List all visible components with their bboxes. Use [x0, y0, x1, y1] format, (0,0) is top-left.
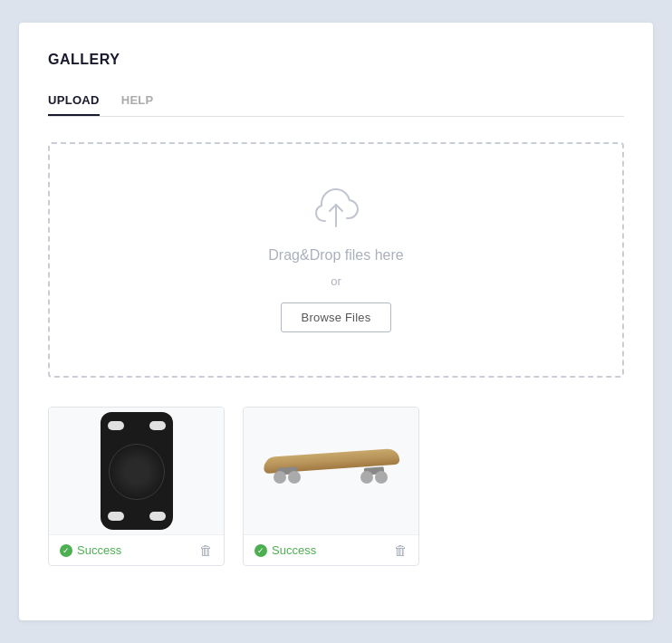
wheel [149, 512, 166, 521]
page-title: GALLERY [48, 52, 624, 68]
gallery-grid: ✓ Success 🗑 ✓ [48, 407, 624, 566]
tab-upload[interactable]: UPLOAD [48, 86, 100, 116]
skate-wheel-rl [375, 471, 388, 484]
wheels-top [108, 421, 166, 430]
item-footer-2: ✓ Success 🗑 [244, 534, 418, 565]
or-text: or [331, 274, 341, 288]
gallery-image-1 [49, 408, 224, 534]
skate-wheel-fr [288, 471, 301, 484]
gallery-item-2: ✓ Success 🗑 [243, 407, 419, 566]
gallery-card: GALLERY UPLOAD HELP Drag&Drop files here… [19, 23, 653, 620]
wheel [149, 421, 166, 430]
wheel [108, 421, 124, 430]
delete-button-2[interactable]: 🗑 [394, 542, 408, 558]
skate-wheel-rr [360, 471, 373, 484]
upload-cloud-icon [312, 187, 360, 231]
check-icon-2: ✓ [254, 544, 267, 557]
skateboard-side-image [259, 435, 404, 507]
browse-files-button[interactable]: Browse Files [281, 302, 392, 332]
drop-zone[interactable]: Drag&Drop files here or Browse Files [48, 142, 624, 378]
gallery-item: ✓ Success 🗑 [48, 407, 225, 566]
tab-bar: UPLOAD HELP [48, 86, 624, 117]
gallery-image-2 [244, 408, 418, 534]
success-text-2: Success [272, 543, 316, 557]
success-label-2: ✓ Success [254, 543, 316, 557]
wheel [108, 512, 124, 521]
skate-wheel-fl [274, 471, 286, 484]
success-label-1: ✓ Success [60, 543, 121, 557]
delete-button-1[interactable]: 🗑 [199, 542, 213, 558]
drag-drop-text: Drag&Drop files here [268, 247, 403, 264]
success-text-1: Success [77, 543, 121, 557]
item-footer-1: ✓ Success 🗑 [49, 534, 224, 565]
skateboard-top-image [101, 412, 173, 530]
check-icon: ✓ [60, 544, 72, 557]
wheels-bottom [108, 512, 166, 521]
tab-help[interactable]: HELP [121, 86, 154, 116]
